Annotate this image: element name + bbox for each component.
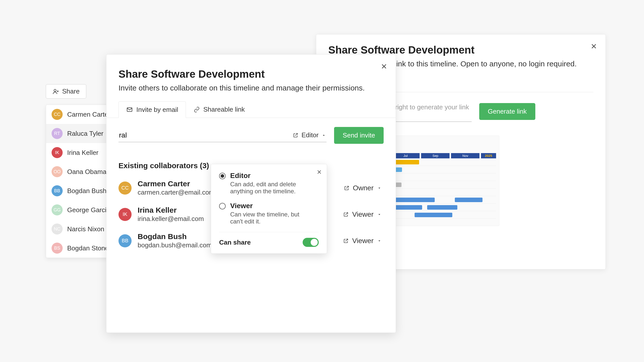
can-share-toggle[interactable]	[303, 238, 319, 247]
suggestion-name: Bogdan Stone	[67, 244, 109, 252]
suggestion-name: Carmen Carter	[67, 111, 110, 118]
modal-subtitle: Invite others to collaborate on this tim…	[118, 84, 384, 92]
avatar: CC	[118, 182, 132, 195]
collaborator-role-dropdown[interactable]: Viewer	[343, 210, 382, 218]
avatar: GG	[52, 204, 63, 215]
suggestion-name: Narcis Nixon	[67, 225, 104, 233]
tab-label: Invite by email	[136, 106, 178, 114]
collaborator-role-label: Owner	[353, 184, 374, 192]
avatar: CC	[52, 109, 63, 120]
avatar: NC	[52, 223, 63, 235]
share-person-icon	[53, 88, 59, 95]
avatar: BB	[118, 234, 132, 247]
external-link-icon	[344, 185, 349, 191]
link-icon	[194, 107, 200, 113]
radio-selected-icon	[219, 173, 226, 179]
share-button-label: Share	[62, 87, 79, 95]
external-link-icon	[343, 238, 349, 244]
generate-link-button[interactable]: Generate link	[479, 103, 535, 120]
invite-email-input[interactable]	[119, 131, 293, 139]
role-option-desc: Can add, edit and delete anything on the…	[230, 181, 313, 195]
role-option-title: Editor	[230, 172, 313, 180]
tab-invite-by-email[interactable]: Invite by email	[118, 101, 186, 118]
can-share-label: Can share	[219, 239, 251, 246]
role-option-editor[interactable]: Editor Can add, edit and delete anything…	[219, 172, 319, 195]
tab-shareable-link[interactable]: Shareable link	[186, 101, 253, 118]
avatar: BB	[52, 185, 63, 196]
share-button[interactable]: Share	[46, 84, 86, 99]
role-trigger-label: Editor	[301, 131, 318, 139]
chevron-down-icon	[377, 212, 382, 217]
external-link-icon	[343, 212, 349, 217]
chevron-down-icon	[377, 186, 382, 190]
mail-icon	[126, 106, 133, 113]
avatar: IK	[118, 208, 132, 221]
radio-unselected-icon	[219, 203, 226, 209]
role-dropdown-trigger[interactable]: Editor	[293, 131, 326, 139]
suggestion-name: Oana Obama	[67, 168, 106, 176]
collaborator-role-dropdown[interactable]: Viewer	[343, 237, 382, 245]
suggestion-name: George Garcia	[67, 206, 110, 214]
collaborator-role-dropdown[interactable]: Owner	[344, 184, 382, 192]
suggestion-name: Irina Keller	[67, 149, 98, 157]
collaborator-role-label: Viewer	[352, 210, 374, 218]
role-option-desc: Can view the timeline, but can't edit it…	[230, 211, 313, 225]
modal-title: Share Software Development	[118, 68, 384, 80]
send-invite-button[interactable]: Send invite	[334, 127, 384, 144]
avatar: OO	[52, 166, 63, 177]
close-icon[interactable]: ✕	[317, 169, 322, 176]
suggestion-name: Raluca Tyler	[67, 130, 103, 138]
chevron-down-icon	[377, 239, 382, 243]
external-link-icon	[293, 132, 298, 138]
avatar: RT	[52, 128, 63, 139]
close-icon[interactable]: ✕	[591, 42, 597, 51]
collaborator-role-label: Viewer	[352, 237, 374, 245]
avatar: IK	[52, 147, 63, 158]
invite-email-input-wrap: Editor	[118, 129, 327, 142]
close-icon[interactable]: ✕	[381, 62, 387, 71]
role-option-viewer[interactable]: Viewer Can view the timeline, but can't …	[219, 202, 319, 225]
role-popover: ✕ Editor Can add, edit and delete anythi…	[211, 164, 327, 254]
role-option-title: Viewer	[230, 202, 313, 210]
svg-point-0	[54, 89, 56, 92]
chevron-up-icon	[321, 133, 326, 138]
tab-label: Shareable link	[203, 106, 245, 113]
avatar: BS	[52, 243, 63, 254]
suggestion-name: Bogdan Bush	[67, 187, 106, 195]
